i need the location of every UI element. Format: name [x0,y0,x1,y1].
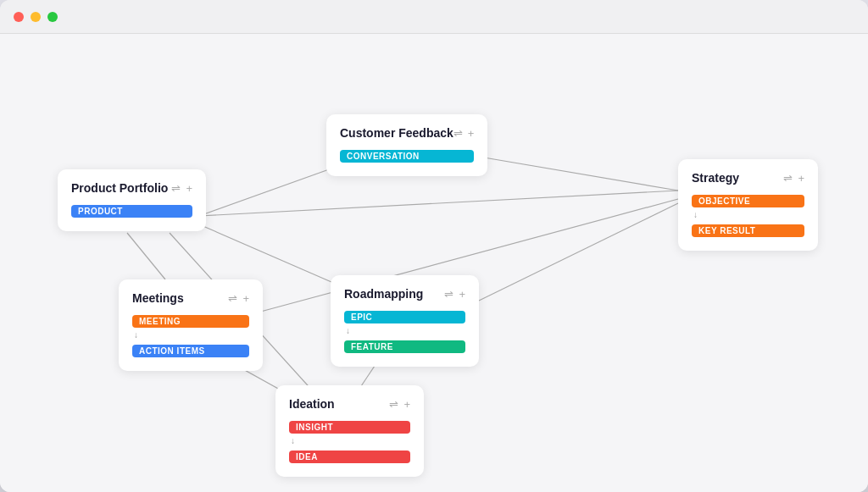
badge-row: OBJECTIVE ↓ KEY RESULT [692,193,804,237]
action-items-badge: ACTION ITEMS [132,345,249,357]
add-icon[interactable]: + [242,292,249,305]
node-header: Ideation ⇌ + [289,397,410,411]
node-title: Customer Feedback [340,126,453,140]
filter-icon[interactable]: ⇌ [444,288,453,301]
arrow-down: ↓ [291,437,410,445]
svg-line-7 [479,203,678,301]
node-actions: ⇌ + [389,398,410,411]
badge-row: CONVERSATION [340,148,474,163]
node-actions: ⇌ + [171,182,192,195]
feature-badge: FEATURE [344,340,465,353]
node-header: Customer Feedback ⇌ + [340,126,474,140]
close-button[interactable] [14,12,24,22]
add-icon[interactable]: + [459,288,465,301]
badge-row: EPIC ↓ FEATURE [344,309,465,353]
add-icon[interactable]: + [798,172,804,185]
filter-icon[interactable]: ⇌ [783,172,793,185]
svg-line-2 [127,233,165,279]
product-portfolio-node[interactable]: Product Portfolio ⇌ + PRODUCT [58,169,206,231]
key-result-badge: KEY RESULT [692,224,804,237]
node-title: Ideation [289,397,335,411]
filter-icon[interactable]: ⇌ [453,127,463,140]
node-actions: ⇌ + [228,292,249,305]
maximize-button[interactable] [47,12,58,22]
node-header: Product Portfolio ⇌ + [71,181,192,195]
filter-icon[interactable]: ⇌ [228,292,237,305]
conversation-badge: CONVERSATION [340,150,474,163]
product-badge: PRODUCT [71,205,192,218]
node-actions: ⇌ + [783,172,804,185]
diagram-canvas: Product Portfolio ⇌ + PRODUCT Customer F… [0,34,868,492]
arrow-down: ↓ [693,211,804,219]
arrow-down: ↓ [346,327,465,335]
objective-badge: OBJECTIVE [692,195,804,207]
node-actions: ⇌ + [444,288,465,301]
svg-line-1 [199,191,678,216]
add-icon[interactable]: + [186,182,192,195]
node-title: Product Portfolio [71,181,168,195]
svg-line-5 [479,157,678,191]
meeting-badge: MEETING [132,315,249,328]
node-header: Meetings ⇌ + [132,291,249,305]
badge-row: INSIGHT ↓ IDEA [289,419,410,463]
node-title: Strategy [692,171,739,185]
customer-feedback-node[interactable]: Customer Feedback ⇌ + CONVERSATION [326,114,487,176]
connections-layer [0,34,868,492]
node-header: Strategy ⇌ + [692,171,804,185]
epic-badge: EPIC [344,311,465,323]
ideation-node[interactable]: Ideation ⇌ + INSIGHT ↓ IDEA [275,385,424,477]
roadmapping-node[interactable]: Roadmapping ⇌ + EPIC ↓ FEATURE [331,275,479,367]
add-icon[interactable]: + [403,398,410,411]
node-title: Roadmapping [344,287,423,301]
add-icon[interactable]: + [468,127,475,140]
badge-row: MEETING ↓ ACTION ITEMS [132,313,249,357]
node-header: Roadmapping ⇌ + [344,287,465,301]
node-title: Meetings [132,291,184,305]
app-window: Product Portfolio ⇌ + PRODUCT Customer F… [0,0,868,492]
titlebar [0,0,868,34]
badge-row: PRODUCT [71,203,192,218]
filter-icon[interactable]: ⇌ [171,182,181,195]
arrow-down: ↓ [134,331,249,340]
node-actions: ⇌ + [453,127,475,140]
insight-badge: INSIGHT [289,421,410,434]
strategy-node[interactable]: Strategy ⇌ + OBJECTIVE ↓ KEY RESULT [678,159,818,251]
idea-badge: IDEA [289,451,410,463]
minimize-button[interactable] [31,12,41,22]
meetings-node[interactable]: Meetings ⇌ + MEETING ↓ ACTION ITEMS [119,279,263,371]
filter-icon[interactable]: ⇌ [389,398,398,411]
